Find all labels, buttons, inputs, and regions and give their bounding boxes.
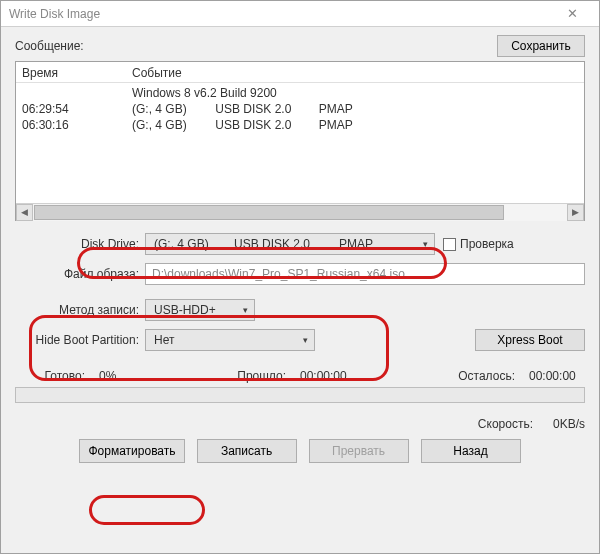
back-button[interactable]: Назад [421, 439, 521, 463]
speed-label: Скорость: [478, 417, 533, 431]
xpress-boot-button[interactable]: Xpress Boot [475, 329, 585, 351]
chevron-down-icon: ▾ [423, 239, 428, 249]
ready-label: Готово: [15, 369, 85, 383]
remain-label: Осталось: [458, 369, 515, 383]
abort-button[interactable]: Прервать [309, 439, 409, 463]
chevron-down-icon: ▾ [243, 305, 248, 315]
write-method-label: Метод записи: [15, 303, 145, 317]
chevron-right-icon[interactable]: ▶ [567, 204, 584, 221]
write-button[interactable]: Записать [197, 439, 297, 463]
log-header-time: Время [22, 66, 132, 80]
hide-boot-label: Hide Boot Partition: [15, 333, 145, 347]
disk-drive-select[interactable]: (G:, 4 GB) USB DISK 2.0 PMAP ▾ [145, 233, 435, 255]
message-label: Сообщение: [15, 39, 84, 53]
ready-value: 0% [85, 369, 135, 383]
hide-boot-select[interactable]: Нет ▾ [145, 329, 315, 351]
chevron-down-icon: ▾ [303, 335, 308, 345]
elapsed-value: 00:00:00 [286, 369, 356, 383]
verify-checkbox[interactable]: Проверка [443, 237, 514, 251]
scrollbar-track[interactable] [33, 204, 567, 221]
progress-bar [15, 387, 585, 403]
log-row: 06:29:54 (G:, 4 GB) USB DISK 2.0 PMAP [16, 101, 584, 117]
window-title: Write Disk Image [9, 7, 553, 21]
chevron-left-icon[interactable]: ◀ [16, 204, 33, 221]
write-method-select[interactable]: USB-HDD+ ▾ [145, 299, 255, 321]
close-icon[interactable]: ✕ [553, 2, 591, 26]
save-button[interactable]: Сохранить [497, 35, 585, 57]
format-button[interactable]: Форматировать [79, 439, 184, 463]
h-scrollbar[interactable]: ◀ ▶ [16, 203, 584, 220]
remain-value: 00:00:00 [515, 369, 585, 383]
image-file-label: Файл образа: [15, 267, 145, 281]
log-row: 06:30:16 (G:, 4 GB) USB DISK 2.0 PMAP [16, 117, 584, 133]
log-header-event: Событие [132, 66, 578, 80]
titlebar: Write Disk Image ✕ [1, 1, 599, 27]
elapsed-label: Прошло: [237, 369, 286, 383]
log-box: Время Событие Windows 8 v6.2 Build 9200 … [15, 61, 585, 221]
speed-value: 0KB/s [553, 417, 585, 431]
log-row: Windows 8 v6.2 Build 9200 [16, 85, 584, 101]
disk-drive-label: Disk Drive: [15, 237, 145, 251]
image-path-input[interactable]: D:\downloads\Win7_Pro_SP1_Russian_x64.is… [145, 263, 585, 285]
scrollbar-thumb[interactable] [34, 205, 504, 220]
